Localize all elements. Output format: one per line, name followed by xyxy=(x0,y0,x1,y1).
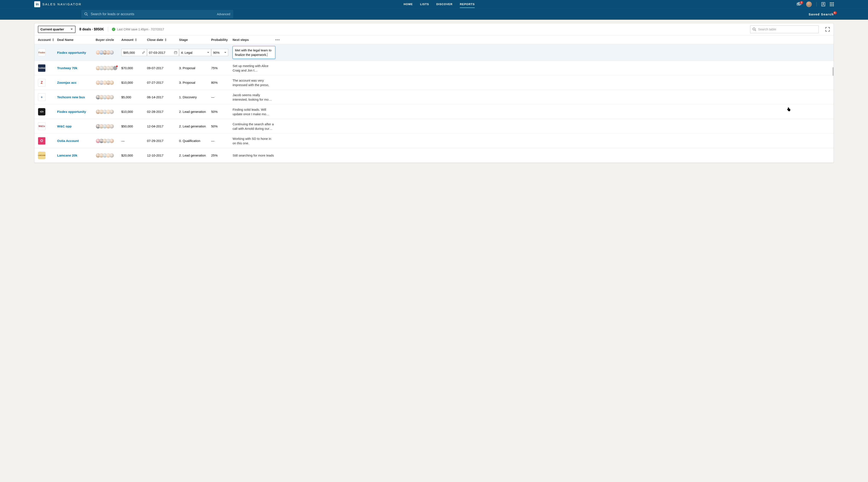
probability-cell[interactable]: 75% xyxy=(211,66,232,70)
deal-link[interactable]: Trustway 70k xyxy=(57,66,77,70)
amount-cell[interactable]: — xyxy=(121,139,147,143)
next-steps-cell[interactable]: Set up meeting with Alice Craig and Jon … xyxy=(232,64,275,73)
next-steps-cell[interactable]: Finding solid leads. Will update once I … xyxy=(232,107,275,116)
svg-point-13 xyxy=(85,12,87,15)
buyer-circle[interactable] xyxy=(96,109,121,114)
table-search[interactable] xyxy=(750,26,818,33)
next-steps-cell[interactable]: Continuing the search after a call with … xyxy=(232,122,275,131)
probability-cell[interactable]: 50% xyxy=(211,110,232,113)
close-date-cell[interactable]: 07-29-2017 xyxy=(147,139,179,143)
buyer-circle[interactable] xyxy=(96,153,121,158)
probability-select[interactable]: 90% xyxy=(211,49,228,56)
nav-home[interactable]: HOME xyxy=(404,0,413,8)
svg-rect-6 xyxy=(833,2,834,3)
stage-cell[interactable]: 2. Lead generation xyxy=(179,153,211,157)
separator xyxy=(108,27,108,32)
col-deal-name[interactable]: Deal Name xyxy=(57,38,96,41)
table-row[interactable]: </>Fixdex opportunity$10,00002-28-20172.… xyxy=(34,105,834,119)
nav-lists[interactable]: LISTS xyxy=(420,0,429,8)
more-columns-icon[interactable]: ••• xyxy=(275,38,284,41)
col-amount[interactable]: Amount ▲▼ xyxy=(121,38,147,41)
close-date-input[interactable]: 07-03-2017 xyxy=(147,49,179,56)
stage-cell[interactable]: 2. Lead generation xyxy=(179,124,211,128)
probability-cell[interactable]: 25% xyxy=(211,153,232,157)
table-row[interactable]: TrustwayTrustway 70k$70,00009-07-20173. … xyxy=(34,61,834,75)
table-row[interactable]: FixdexFixdex opportunity$85,00007-03-201… xyxy=(34,44,834,61)
add-person-icon[interactable] xyxy=(113,66,118,70)
probability-cell[interactable]: 80% xyxy=(211,81,232,84)
profile-avatar[interactable] xyxy=(806,1,812,7)
close-date-cell[interactable]: 07-27-2017 xyxy=(147,81,179,84)
stage-cell[interactable]: 3. Proposal xyxy=(179,81,211,84)
global-search-input[interactable] xyxy=(91,12,217,16)
buyer-circle[interactable] xyxy=(96,80,121,85)
amount-cell[interactable]: $70,000 xyxy=(121,66,147,70)
next-steps-textarea[interactable]: Met with the legal team to finalize the … xyxy=(232,46,275,59)
table-row[interactable]: W&CoW&C opp$50,00012-04-20172. Lead gene… xyxy=(34,119,834,134)
close-date-cell[interactable]: 09-07-2017 xyxy=(147,66,179,70)
buyer-circle[interactable] xyxy=(96,139,121,143)
deal-link[interactable]: Fixdex opportunity xyxy=(57,51,86,54)
deal-link[interactable]: Techcore new bus xyxy=(57,95,85,99)
probability-cell[interactable]: — xyxy=(211,95,232,99)
next-steps-cell[interactable]: Working with SD to hone in on this one. xyxy=(232,136,275,145)
buyer-circle[interactable] xyxy=(96,50,121,55)
amount-cell[interactable]: $10,000 xyxy=(121,81,147,84)
saved-search-link[interactable]: Saved Search 6 xyxy=(808,12,834,16)
probability-cell[interactable]: — xyxy=(211,139,232,143)
messages-icon[interactable]: 2 xyxy=(797,2,802,6)
buyer-circle[interactable] xyxy=(96,124,121,129)
close-date-cell[interactable]: 12-04-2017 xyxy=(147,124,179,128)
account-logo: Trustway xyxy=(38,64,45,72)
account-logo: + xyxy=(38,93,45,101)
logo[interactable]: in SALES NAVIGATOR xyxy=(34,1,82,7)
global-search[interactable]: Advanced xyxy=(81,10,233,19)
close-date-cell[interactable]: 12-10-2017 xyxy=(147,153,179,157)
amount-cell[interactable]: $10,000 xyxy=(121,110,147,113)
scrollbar[interactable] xyxy=(833,67,834,76)
deal-link[interactable]: Lamcane 20k xyxy=(57,153,77,157)
table-row[interactable]: ZZoomjax acc$10,00007-27-20173. Proposal… xyxy=(34,75,834,90)
stage-select[interactable]: 4. Legal xyxy=(179,49,211,56)
advanced-search-link[interactable]: Advanced xyxy=(217,12,230,16)
next-steps-cell[interactable]: Still searching for more leads xyxy=(232,153,275,158)
close-date-cell[interactable]: 02-28-2017 xyxy=(147,110,179,113)
amount-cell[interactable]: $20,000 xyxy=(121,153,147,157)
deal-link[interactable]: W&C opp xyxy=(57,124,71,128)
apps-grid-icon[interactable] xyxy=(830,2,834,6)
nav-reports[interactable]: REPORTS xyxy=(460,0,475,8)
document-icon[interactable] xyxy=(822,2,825,6)
stage-cell[interactable]: 0. Qualification xyxy=(179,139,211,143)
deal-link[interactable]: Fixdex opportunity xyxy=(57,110,86,113)
table-row[interactable]: OOstia Account—07-29-20170. Qualificatio… xyxy=(34,134,834,148)
period-dropdown[interactable]: Current quarter xyxy=(38,26,75,33)
col-close-date[interactable]: Close date ▲▼ xyxy=(147,38,179,41)
close-date-cell[interactable]: 06-14-2017 xyxy=(147,95,179,99)
col-stage[interactable]: Stage xyxy=(179,38,211,41)
amount-input[interactable]: $85,000 xyxy=(121,49,147,56)
table-row[interactable]: +Techcore new bus$5,00006-14-20171. Disc… xyxy=(34,90,834,105)
table-row[interactable]: LAMCANELamcane 20k$20,00012-10-20172. Le… xyxy=(34,148,834,163)
search-icon xyxy=(84,12,88,16)
buyer-circle[interactable] xyxy=(96,66,121,70)
col-account[interactable]: Account ▲▼ xyxy=(38,38,57,41)
deal-link[interactable]: Ostia Account xyxy=(57,139,79,143)
next-steps-cell[interactable]: The account was very impressed with the … xyxy=(232,78,275,87)
buyer-circle[interactable] xyxy=(96,95,121,100)
table-search-input[interactable] xyxy=(758,27,816,31)
stage-cell[interactable]: 3. Proposal xyxy=(179,66,211,70)
amount-cell[interactable]: $50,000 xyxy=(121,124,147,128)
stage-cell[interactable]: 2. Lead generation xyxy=(179,110,211,113)
next-steps-cell[interactable]: Jacob seems really interested, looking f… xyxy=(232,93,275,102)
stage-cell[interactable]: 1. Discovery xyxy=(179,95,211,99)
fullscreen-icon[interactable] xyxy=(825,27,830,32)
col-probability[interactable]: Probability xyxy=(211,38,232,41)
nav-discover[interactable]: DISCOVER xyxy=(436,0,453,8)
deal-link[interactable]: Zoomjax acc xyxy=(57,81,76,84)
probability-cell[interactable]: 50% xyxy=(211,124,232,128)
avatar-icon xyxy=(109,50,114,55)
svg-rect-7 xyxy=(830,4,831,5)
amount-cell[interactable]: $5,000 xyxy=(121,95,147,99)
col-buyer-circle[interactable]: Buyer circle xyxy=(96,38,121,41)
col-next-steps[interactable]: Next steps xyxy=(232,38,275,41)
